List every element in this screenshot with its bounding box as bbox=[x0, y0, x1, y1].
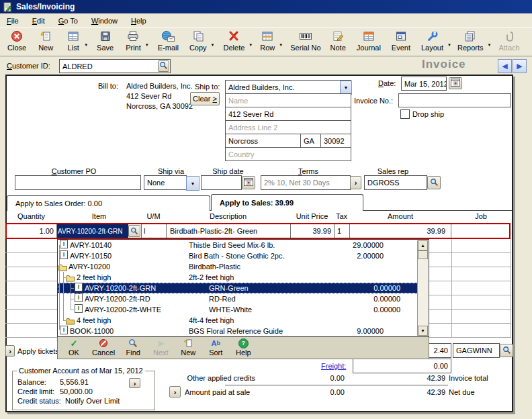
ship-to-city-field[interactable]: Norcross bbox=[225, 134, 301, 148]
note-button[interactable]: Note bbox=[327, 30, 349, 56]
balance-label: Balance: bbox=[17, 378, 46, 386]
cell-quantity[interactable]: 1.00 bbox=[7, 224, 57, 238]
lookup-row[interactable]: 4 feet high 4ft-4 feet high bbox=[58, 315, 429, 326]
cell-job[interactable] bbox=[451, 224, 509, 238]
lookup-row[interactable]: AVRY-10150 Bird Bath - Stone Gothic 2pc.… bbox=[58, 250, 429, 261]
list-button[interactable]: List bbox=[63, 30, 83, 56]
lookup-sort-button[interactable]: Ab Sort bbox=[206, 338, 225, 359]
lookup-help-button[interactable]: Help bbox=[234, 338, 253, 359]
lookup-row[interactable]: AVRY-10200-2ft-RD RD-Red 0.00000 bbox=[58, 293, 429, 304]
previous-record-button[interactable]: ◀ bbox=[498, 59, 512, 73]
invoice-no-field[interactable] bbox=[398, 93, 511, 107]
menu-window[interactable]: Window bbox=[85, 15, 124, 27]
terms-detail-button[interactable]: › bbox=[350, 176, 361, 189]
copy-dropdown-caret[interactable]: ▼ bbox=[211, 43, 215, 47]
lookup-row[interactable]: AVRY-10200 Birdbath-Plastic bbox=[58, 261, 429, 272]
email-icon bbox=[161, 30, 175, 44]
print-dropdown-caret[interactable]: ▼ bbox=[145, 43, 149, 47]
clear-ship-to-button[interactable]: Clear > bbox=[190, 92, 220, 105]
cancel-icon bbox=[99, 338, 108, 348]
layout-button[interactable]: Layout bbox=[418, 30, 447, 56]
lookup-row[interactable]: AVRY-10200-2ft-WHTE WHTE-White 0.00000 bbox=[58, 304, 429, 315]
balance-detail-button[interactable]: › bbox=[129, 378, 140, 388]
ship-date-field[interactable] bbox=[201, 175, 242, 190]
apply-tickets-expand-button[interactable]: › bbox=[5, 345, 15, 357]
cell-unit-price[interactable]: 39.99 bbox=[291, 224, 335, 238]
event-button[interactable]: Event bbox=[388, 30, 414, 56]
serial-no-button[interactable]: Serial No bbox=[287, 30, 324, 56]
cell-tax[interactable]: 1 bbox=[335, 224, 350, 238]
ship-to-state-field[interactable]: GA bbox=[300, 134, 321, 148]
copy-button[interactable]: Copy bbox=[186, 30, 210, 56]
reports-dropdown-caret[interactable]: ▼ bbox=[488, 43, 492, 47]
ship-to-country-field[interactable]: Country bbox=[225, 147, 351, 161]
delete-dropdown-caret[interactable]: ▼ bbox=[249, 43, 253, 47]
ship-via-combobox[interactable]: None bbox=[144, 175, 187, 190]
tab-apply-to-sales[interactable]: Apply to Sales: 39.99 bbox=[211, 194, 363, 211]
ship-via-combo-arrow[interactable]: ▼ bbox=[186, 176, 200, 191]
scroll-up-button[interactable]: ▲ bbox=[418, 240, 428, 250]
grid-row-selected[interactable]: 1.00 AVRY-10200-2ft-GRN l Birdbath-Plast… bbox=[5, 223, 511, 239]
customer-po-field[interactable] bbox=[15, 175, 141, 190]
save-button[interactable]: Save bbox=[93, 30, 117, 56]
bill-to-line1: Aldred Builders, Inc. bbox=[126, 82, 192, 90]
ship-to-combobox[interactable]: Aldred Builders, Inc. bbox=[225, 80, 351, 94]
tab-apply-to-sales-order[interactable]: Apply to Sales Order: 0.00 bbox=[7, 195, 210, 211]
ship-date-calendar-button[interactable] bbox=[242, 176, 255, 189]
lookup-scrollbar[interactable]: ▲ ▼ bbox=[417, 240, 428, 336]
menu-help[interactable]: Help bbox=[124, 15, 153, 27]
sales-tax-lookup-button[interactable] bbox=[500, 344, 513, 357]
lookup-find-button[interactable]: Find bbox=[124, 338, 142, 359]
new-button[interactable]: New bbox=[35, 30, 56, 56]
lookup-row[interactable]: BOOK-11000 BGS Floral Reference Guide 9.… bbox=[58, 326, 429, 336]
delete-button[interactable]: Delete bbox=[220, 30, 249, 56]
ship-to-address2-field[interactable]: Address Line 2 bbox=[225, 120, 351, 134]
email-button[interactable]: E-mail bbox=[154, 30, 182, 56]
next-record-button[interactable]: ▶ bbox=[513, 59, 527, 73]
ship-date-label: Ship date bbox=[201, 167, 255, 175]
menu-edit[interactable]: Edit bbox=[26, 15, 52, 27]
print-button[interactable]: Print bbox=[122, 30, 144, 56]
terms-field[interactable]: 2% 10, Net 30 Days bbox=[261, 175, 351, 190]
ship-to-zip-field[interactable]: 30092 bbox=[320, 134, 351, 148]
sales-tax-code-field[interactable]: GAGWINN bbox=[453, 343, 500, 358]
menu-file[interactable]: File bbox=[0, 15, 26, 27]
cell-um[interactable]: l bbox=[142, 224, 167, 238]
lookup-row-selected[interactable]: AVRY-10200-2ft-GRN GRN-Green 0.00000 bbox=[58, 283, 418, 293]
reports-button[interactable]: Reports bbox=[454, 30, 487, 56]
layout-dropdown-caret[interactable]: ▼ bbox=[447, 43, 451, 47]
magnifier-icon bbox=[128, 338, 138, 348]
cell-amount[interactable]: 39.99 bbox=[350, 224, 451, 238]
date-field[interactable]: Mar 15, 2012 bbox=[401, 77, 447, 91]
lookup-new-button[interactable]: New bbox=[179, 338, 197, 359]
drop-ship-checkbox[interactable] bbox=[400, 109, 410, 119]
sales-rep-field[interactable]: DGROSS bbox=[364, 175, 427, 190]
cell-description[interactable]: Birdbath-Plastic-2ft- Green bbox=[167, 224, 291, 238]
ship-to-name-field[interactable]: Name bbox=[225, 93, 351, 107]
customer-id-lookup-button[interactable] bbox=[158, 60, 169, 72]
lookup-cancel-button[interactable]: Cancel bbox=[92, 338, 115, 359]
ship-to-street-field[interactable]: 412 Sever Rd bbox=[225, 107, 351, 121]
list-dropdown-caret[interactable]: ▼ bbox=[84, 43, 88, 47]
scroll-down-button[interactable]: ▼ bbox=[418, 326, 428, 336]
customer-id-field[interactable]: ALDRED bbox=[59, 59, 171, 73]
ship-to-combo-arrow[interactable]: ▼ bbox=[340, 81, 352, 95]
cell-item[interactable]: AVRY-10200-2ft-GRN bbox=[57, 224, 142, 238]
menu-goto[interactable]: Go To bbox=[52, 15, 85, 27]
item-lookup-button[interactable] bbox=[128, 225, 140, 237]
row-button[interactable]: Row bbox=[257, 30, 278, 56]
date-calendar-button[interactable] bbox=[449, 77, 462, 89]
check-icon: ✓ bbox=[71, 338, 78, 348]
close-button[interactable]: Close bbox=[4, 30, 30, 56]
lookup-row[interactable]: AVRY-10140 Thistle Bird Seed Mix-6 lb. 2… bbox=[58, 240, 429, 250]
lookup-ok-button[interactable]: ✓ OK bbox=[64, 338, 83, 359]
row-dropdown-caret[interactable]: ▼ bbox=[279, 43, 283, 47]
journal-button[interactable]: Journal bbox=[353, 30, 384, 56]
lookup-row[interactable]: 2 feet high 2ft-2 feet high bbox=[58, 272, 429, 283]
freight-amount-field[interactable]: 0.00 bbox=[353, 359, 451, 373]
lookup-button-bar: ✓ OK Cancel Find ➤ Next New Ab Sort bbox=[57, 337, 429, 359]
scrollbar-thumb[interactable] bbox=[418, 250, 428, 259]
freight-link[interactable]: Freight: bbox=[321, 362, 346, 370]
sales-rep-lookup-button[interactable] bbox=[427, 176, 441, 189]
amount-paid-detail-button[interactable]: › bbox=[169, 386, 181, 398]
